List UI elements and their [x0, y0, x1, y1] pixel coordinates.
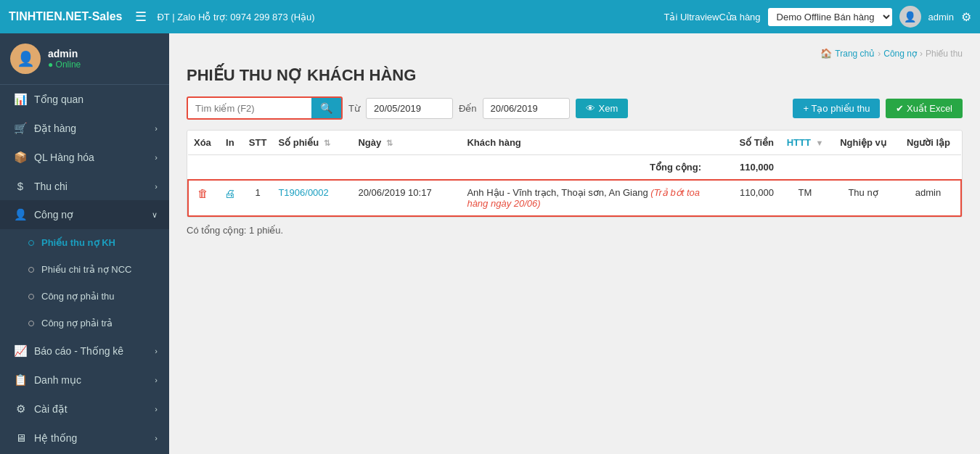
top-navbar: TINHTIEN.NET-Sales ☰ ĐT | Zalo Hỗ trợ: 0…	[0, 0, 980, 33]
total-label: Tổng cộng:	[188, 155, 707, 181]
so-tien-cell: 110,000	[707, 180, 780, 216]
delete-icon[interactable]: 🗑	[197, 187, 208, 199]
chart-icon: 📊	[14, 93, 27, 106]
cart-icon: 🛒	[14, 122, 27, 135]
sidebar-item-label: Tổng quan	[34, 94, 83, 105]
date-from-label: Từ	[348, 103, 360, 114]
avatar[interactable]: 👤	[899, 6, 921, 28]
sidebar-item-label: Hệ thống	[34, 432, 77, 444]
sidebar-item-he-thong[interactable]: 🖥 Hệ thống ›	[0, 424, 169, 452]
httt-value: TM	[799, 187, 812, 198]
store-label: Cửa hàng	[719, 12, 760, 22]
toolbar: 🔍 Từ Đến 👁 Xem + Tạo phiếu thu ✔ Xuất Ex…	[187, 96, 963, 120]
ultraview-link[interactable]: Tải Ultraview	[664, 12, 719, 22]
date-to-label: Đến	[459, 103, 477, 114]
sidebar-item-cong-no-phai-thu[interactable]: Công nợ phải thu	[0, 283, 169, 310]
search-input[interactable]	[188, 99, 311, 118]
sidebar-item-label: Báo cáo - Thống kê	[34, 345, 123, 357]
page-title: PHIẾU THU NỢ KHÁCH HÀNG	[187, 66, 963, 85]
sidebar-item-cong-no[interactable]: 👤 Công nợ ∨	[0, 200, 169, 229]
so-phieu-link[interactable]: T1906/0002	[278, 187, 328, 198]
export-excel-button[interactable]: ✔ Xuất Excel	[886, 99, 963, 118]
sidebar-username: admin	[48, 48, 81, 59]
sidebar-item-label: Công nợ	[34, 209, 73, 220]
sidebar-item-label: Đặt hàng	[34, 123, 76, 134]
sidebar-item-bao-cao[interactable]: 📈 Báo cáo - Thống kê ›	[0, 337, 169, 366]
sidebar-item-label: Công nợ phải trả	[41, 318, 113, 329]
breadcrumb-cong-no[interactable]: Công nợ	[883, 49, 917, 59]
circle-icon	[28, 240, 34, 246]
view-button[interactable]: 👁 Xem	[576, 99, 629, 118]
brand-logo: TINHTIEN.NET-Sales	[9, 10, 122, 23]
circle-icon	[28, 294, 34, 300]
chevron-down-icon: ∨	[152, 210, 158, 220]
date-to-input[interactable]	[483, 98, 570, 119]
th-in: In	[217, 131, 243, 155]
sidebar-item-thu-chi[interactable]: $ Thu chi ›	[0, 172, 169, 200]
table-total-row: Tổng cộng: 110,000	[188, 155, 961, 181]
sidebar-item-tong-quan[interactable]: 📊 Tổng quan	[0, 85, 169, 114]
httt-cell: TM	[780, 180, 830, 216]
main-content: 🏠 Trang chủ › Công nợ › Phiếu thu PHIẾU …	[169, 33, 980, 454]
topnav-right: Cửa hàng Demo Offline Bán hàng 👤 admin ⚙	[719, 6, 971, 28]
breadcrumb-home[interactable]: Trang chủ	[835, 49, 875, 59]
view-btn-label: Xem	[599, 103, 618, 114]
chevron-right-icon: ›	[155, 153, 158, 162]
chevron-right-icon: ›	[155, 405, 158, 413]
sort-icon[interactable]: ▼	[815, 139, 823, 147]
user-icon: 👤	[14, 208, 27, 221]
sidebar-item-dat-hang[interactable]: 🛒 Đặt hàng ›	[0, 114, 169, 143]
th-so-phieu: Số phiếu ⇅	[272, 131, 352, 155]
th-xoa: Xóa	[188, 131, 217, 155]
circle-icon	[28, 321, 34, 326]
sidebar-item-cai-dat[interactable]: ⚙ Cài đặt ›	[0, 395, 169, 424]
sidebar-item-danh-muc[interactable]: 📋 Danh mục ›	[0, 366, 169, 395]
home-icon: 🏠	[820, 48, 832, 59]
circle-icon	[28, 267, 34, 273]
sidebar-item-label: QL Hàng hóa	[34, 152, 94, 163]
breadcrumb-sep2: ›	[920, 49, 923, 59]
sidebar-item-label: Công nợ phải thu	[41, 291, 115, 302]
sidebar-item-phieu-thu-no-kh[interactable]: Phiếu thu nợ KH	[0, 229, 169, 256]
sidebar-item-cong-no-phai-tra[interactable]: Công nợ phải trả	[0, 310, 169, 337]
sidebar-item-label: Danh mục	[34, 374, 81, 386]
settings-icon: ⚙	[14, 403, 27, 416]
date-from-input[interactable]	[366, 98, 453, 119]
ngay-cell: 20/06/2019 10:17	[352, 180, 461, 216]
sidebar-item-phieu-chi-tra-no-ncc[interactable]: Phiếu chi trả nợ NCC	[0, 256, 169, 283]
table-wrapper: Xóa In STT Số phiếu ⇅ Ngày ⇅ Khách hàng …	[187, 130, 963, 218]
search-button[interactable]: 🔍	[311, 98, 341, 118]
print-cell: 🖨	[217, 180, 243, 216]
box-icon: 📦	[14, 151, 27, 164]
th-khach-hang: Khách hàng	[461, 131, 707, 155]
total-empty	[780, 155, 961, 181]
table-header-row: Xóa In STT Số phiếu ⇅ Ngày ⇅ Khách hàng …	[188, 131, 961, 155]
menu-toggle-icon[interactable]: ☰	[135, 9, 147, 25]
sidebar: 👤 admin Online 📊 Tổng quan 🛒 Đặt hàng › …	[0, 33, 169, 454]
chevron-right-icon: ›	[155, 347, 158, 355]
table-row: 🗑 🖨 1 T1906/0002 20/06/2019 10:17 Anh Hậ…	[188, 180, 961, 216]
sort-icon[interactable]: ⇅	[386, 139, 393, 147]
search-wrapper: 🔍	[187, 96, 343, 120]
print-icon[interactable]: 🖨	[224, 187, 235, 199]
create-phieu-button[interactable]: + Tạo phiếu thu	[793, 99, 880, 118]
list-icon: 📋	[14, 373, 27, 387]
dollar-icon: $	[14, 180, 27, 192]
nguoi-lap-cell: admin	[896, 180, 961, 216]
th-ngay: Ngày ⇅	[352, 131, 461, 155]
admin-label: admin	[928, 12, 954, 22]
sidebar-item-label: Phiếu thu nợ KH	[41, 237, 115, 248]
th-nguoi-lap: Người lập	[896, 131, 961, 155]
th-stt: STT	[243, 131, 273, 155]
sidebar-item-label: Cài đặt	[34, 403, 68, 415]
sidebar-item-ql-hang-hoa[interactable]: 📦 QL Hàng hóa ›	[0, 143, 169, 172]
delete-cell: 🗑	[188, 180, 217, 216]
breadcrumb: 🏠 Trang chủ › Công nợ › Phiếu thu	[187, 48, 963, 59]
gear-icon[interactable]: ⚙	[961, 10, 971, 24]
store-select[interactable]: Demo Offline Bán hàng	[768, 8, 892, 26]
breadcrumb-current: Phiếu thu	[926, 49, 963, 59]
nghiep-vu-cell: Thu nợ	[830, 180, 896, 216]
sort-icon[interactable]: ⇅	[324, 139, 330, 147]
sidebar-avatar: 👤	[10, 44, 41, 74]
chevron-right-icon: ›	[155, 182, 158, 191]
